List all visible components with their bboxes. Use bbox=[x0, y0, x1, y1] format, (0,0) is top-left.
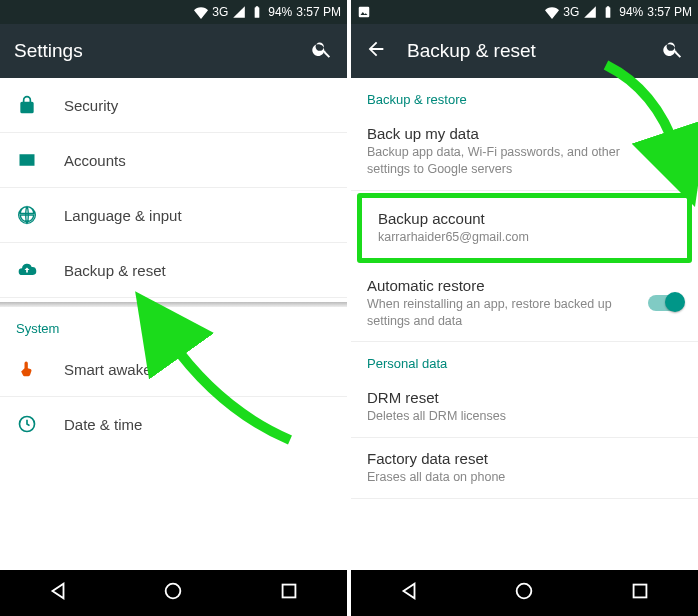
row-label: Security bbox=[64, 97, 118, 114]
battery-icon bbox=[250, 5, 264, 19]
phone-backup-reset: 3G 94% 3:57 PM Backup & reset Backup & r… bbox=[351, 0, 698, 616]
nav-bar bbox=[0, 570, 347, 616]
search-icon bbox=[662, 38, 684, 60]
clock: 3:57 PM bbox=[296, 5, 341, 19]
search-button[interactable] bbox=[662, 38, 684, 64]
toggle-backup-data[interactable] bbox=[648, 143, 682, 159]
row-title: Backup account bbox=[378, 210, 671, 227]
row-title: Automatic restore bbox=[367, 277, 638, 294]
row-label: Accounts bbox=[64, 152, 126, 169]
row-label: Language & input bbox=[64, 207, 182, 224]
nav-back[interactable] bbox=[47, 580, 69, 606]
backup-reset-list: Backup & restore Back up my data Backup … bbox=[351, 78, 698, 570]
svg-point-1 bbox=[166, 584, 181, 599]
row-backup-account[interactable]: Backup account karrarhaider65@gmail.com bbox=[362, 198, 687, 258]
battery-icon bbox=[601, 5, 615, 19]
nav-home[interactable] bbox=[513, 580, 535, 606]
nav-home[interactable] bbox=[162, 580, 184, 606]
wifi-icon bbox=[194, 5, 208, 19]
svg-rect-5 bbox=[634, 585, 647, 598]
row-subtitle: karrarhaider65@gmail.com bbox=[378, 229, 671, 246]
svg-rect-3 bbox=[359, 7, 370, 18]
settings-list: Security Accounts Language & input Backu… bbox=[0, 78, 347, 570]
row-backup-my-data[interactable]: Back up my data Backup app data, Wi-Fi p… bbox=[351, 113, 698, 191]
page-title: Settings bbox=[14, 40, 291, 62]
row-security[interactable]: Security bbox=[0, 78, 347, 133]
wifi-icon bbox=[545, 5, 559, 19]
row-date-time[interactable]: Date & time bbox=[0, 397, 347, 451]
app-bar: Backup & reset bbox=[351, 24, 698, 78]
signal-icon bbox=[232, 5, 246, 19]
toggle-auto-restore[interactable] bbox=[648, 295, 682, 311]
account-icon bbox=[16, 149, 38, 171]
battery-percent: 94% bbox=[619, 5, 643, 19]
section-backup-restore: Backup & restore bbox=[351, 78, 698, 113]
row-label: Smart awake bbox=[64, 361, 152, 378]
nav-recent[interactable] bbox=[278, 580, 300, 606]
highlight-backup-account: Backup account karrarhaider65@gmail.com bbox=[357, 193, 692, 263]
battery-percent: 94% bbox=[268, 5, 292, 19]
section-personal-data: Personal data bbox=[351, 342, 698, 377]
status-bar: 3G 94% 3:57 PM bbox=[351, 0, 698, 24]
arrow-back-icon bbox=[365, 38, 387, 60]
row-factory-reset[interactable]: Factory data reset Erases all data on ph… bbox=[351, 438, 698, 499]
row-smart-awake[interactable]: Smart awake bbox=[0, 342, 347, 397]
row-accounts[interactable]: Accounts bbox=[0, 133, 347, 188]
page-title: Backup & reset bbox=[407, 40, 642, 62]
row-title: Factory data reset bbox=[367, 450, 682, 467]
svg-point-4 bbox=[517, 584, 532, 599]
lock-icon bbox=[16, 94, 38, 116]
row-drm-reset[interactable]: DRM reset Deletes all DRM licenses bbox=[351, 377, 698, 438]
cloud-upload-icon bbox=[16, 259, 38, 281]
row-title: Back up my data bbox=[367, 125, 638, 142]
back-button[interactable] bbox=[365, 38, 387, 64]
search-icon bbox=[311, 38, 333, 60]
image-icon bbox=[357, 5, 371, 19]
network-type: 3G bbox=[212, 5, 228, 19]
search-button[interactable] bbox=[311, 38, 333, 64]
globe-icon bbox=[16, 204, 38, 226]
phone-settings: 3G 94% 3:57 PM Settings Security Account… bbox=[0, 0, 347, 616]
row-subtitle: When reinstalling an app, restore backed… bbox=[367, 296, 638, 330]
network-type: 3G bbox=[563, 5, 579, 19]
row-language[interactable]: Language & input bbox=[0, 188, 347, 243]
nav-bar bbox=[351, 570, 698, 616]
app-bar: Settings bbox=[0, 24, 347, 78]
signal-icon bbox=[583, 5, 597, 19]
row-label: Date & time bbox=[64, 416, 142, 433]
row-title: DRM reset bbox=[367, 389, 682, 406]
row-subtitle: Deletes all DRM licenses bbox=[367, 408, 682, 425]
clock: 3:57 PM bbox=[647, 5, 692, 19]
touch-icon bbox=[16, 358, 38, 380]
clock-icon bbox=[16, 413, 38, 435]
row-subtitle: Backup app data, Wi-Fi passwords, and ot… bbox=[367, 144, 638, 178]
status-bar: 3G 94% 3:57 PM bbox=[0, 0, 347, 24]
row-backup-reset[interactable]: Backup & reset bbox=[0, 243, 347, 298]
nav-recent[interactable] bbox=[629, 580, 651, 606]
row-label: Backup & reset bbox=[64, 262, 166, 279]
nav-back[interactable] bbox=[398, 580, 420, 606]
row-automatic-restore[interactable]: Automatic restore When reinstalling an a… bbox=[351, 265, 698, 343]
section-system: System bbox=[0, 307, 347, 342]
row-subtitle: Erases all data on phone bbox=[367, 469, 682, 486]
svg-rect-2 bbox=[283, 585, 296, 598]
